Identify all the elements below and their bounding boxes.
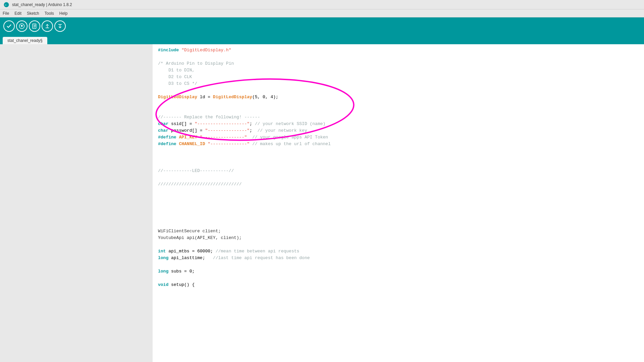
new-button[interactable] [29, 20, 40, 32]
code-line-23 [158, 194, 639, 201]
code-line-32: long api_lasttime; //last time api reque… [158, 255, 639, 261]
menu-edit[interactable]: Edit [14, 11, 21, 16]
code-line-12: char ssid[] = "-------------------"; // … [158, 121, 639, 127]
code-line-10 [158, 107, 639, 114]
verify-button[interactable] [3, 20, 15, 32]
code-line-35 [158, 275, 639, 282]
arduino-logo: ∞ [3, 2, 9, 8]
code-line-1: #include "DigitLedDisplay.h" [158, 47, 639, 54]
code-line-2 [158, 54, 639, 60]
code-line-7 [158, 87, 639, 94]
code-line-30 [158, 241, 639, 248]
tab-stat-chanel-ready[interactable]: stat_chanel_ready§ [3, 37, 47, 44]
code-line-31: int api_mtbs = 60000; //mean time betwee… [158, 248, 639, 255]
upload-button[interactable] [16, 20, 28, 32]
code-line-34: long subs = 0; [158, 268, 639, 275]
titlebar: ∞ stat_chanel_ready | Arduino 1.8.2 [0, 0, 644, 9]
menu-help[interactable]: Help [59, 11, 68, 16]
code-editor[interactable]: #include "DigitLedDisplay.h" /* Arduino … [153, 44, 644, 362]
menubar: File Edit Sketch Tools Help [0, 9, 644, 17]
code-line-20 [158, 174, 639, 181]
toolbar [0, 17, 644, 35]
svg-text:∞: ∞ [5, 4, 7, 6]
code-line-33 [158, 261, 639, 268]
code-line-21: //////////////////////////////// [158, 181, 639, 188]
tabbar: stat_chanel_ready§ [0, 35, 644, 44]
code-line-24 [158, 201, 639, 208]
menu-file[interactable]: File [3, 11, 9, 16]
code-line-16 [158, 147, 639, 154]
title-text: stat_chanel_ready | Arduino 1.8.2 [12, 2, 72, 7]
code-line-19: //-----------LED-----------// [158, 168, 639, 174]
code-line-36: void setup() { [158, 282, 639, 288]
code-line-28: WiFiClientSecure client; [158, 228, 639, 235]
code-line-15: #define CHANNEL_ID "--------------" // m… [158, 141, 639, 147]
code-line-26 [158, 215, 639, 221]
code-line-5: D2 to CLK [158, 74, 639, 80]
code-line-27 [158, 221, 639, 228]
save-button[interactable] [54, 20, 66, 32]
open-button[interactable] [42, 20, 53, 32]
menu-sketch[interactable]: Sketch [27, 11, 39, 16]
code-line-4: D1 to DIN, [158, 67, 639, 74]
code-line-9 [158, 101, 639, 107]
code-line-17 [158, 154, 639, 161]
code-line-8: DigitLedDisplay ld = DigitLedDisplay(5, … [158, 94, 639, 101]
code-line-13: char password[] = "---------------"; // … [158, 127, 639, 134]
code-line-6: D3 to CS */ [158, 80, 639, 87]
left-panel [0, 44, 153, 362]
code-line-3: /* Arduino Pin to Display Pin [158, 60, 639, 67]
code-line-25 [158, 208, 639, 215]
code-line-22 [158, 188, 639, 194]
code-line-11: //------- Replace the following! ------ [158, 114, 639, 121]
menu-tools[interactable]: Tools [45, 11, 54, 16]
code-line-14: #define API_KEY "----------------" // yo… [158, 134, 639, 141]
code-line-29: YoutubeApi api(API_KEY, client); [158, 235, 639, 241]
code-line-18 [158, 161, 639, 168]
